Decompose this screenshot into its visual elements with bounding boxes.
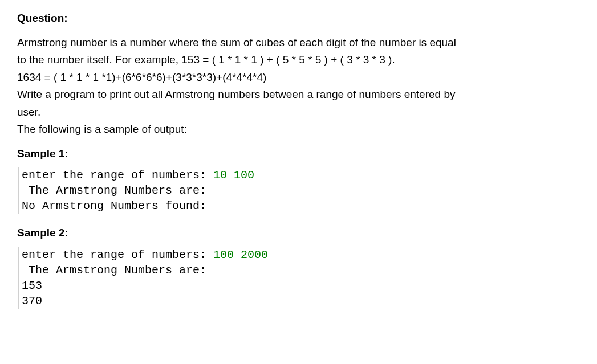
sample1-output: enter the range of numbers: 10 100 The A…	[18, 167, 580, 214]
question-paragraph-line1: Armstrong number is a number where the s…	[17, 35, 580, 51]
sample2-line2: The Armstrong Numbers are:	[22, 263, 580, 278]
sample1-line3: No Armstrong Numbers found:	[22, 198, 580, 214]
question-paragraph3: The following is a sample of output:	[17, 121, 580, 138]
question-paragraph2-line1: Write a program to print out all Armstro…	[17, 87, 580, 103]
question-heading: Question:	[17, 10, 580, 27]
sample2-line3: 153	[22, 278, 580, 293]
sample2-heading: Sample 2:	[17, 225, 580, 242]
sample1-line2: The Armstrong Numbers are:	[22, 183, 580, 198]
question-paragraph-line3: 1634 = ( 1 * 1 * 1 *1)+(6*6*6*6)+(3*3*3*…	[17, 69, 580, 86]
sample1-prompt: enter the range of numbers:	[22, 169, 213, 182]
sample2-input: 100 2000	[213, 248, 268, 261]
sample2-prompt: enter the range of numbers:	[22, 248, 213, 261]
sample2-line4: 370	[22, 293, 580, 309]
sample1-heading: Sample 1:	[17, 146, 580, 162]
sample1-input: 10 100	[213, 169, 254, 182]
question-paragraph2-line2: user.	[17, 104, 580, 121]
sample2-output: enter the range of numbers: 100 2000 The…	[18, 247, 580, 309]
question-paragraph-line2: to the number itself. For example, 153 =…	[17, 52, 580, 68]
